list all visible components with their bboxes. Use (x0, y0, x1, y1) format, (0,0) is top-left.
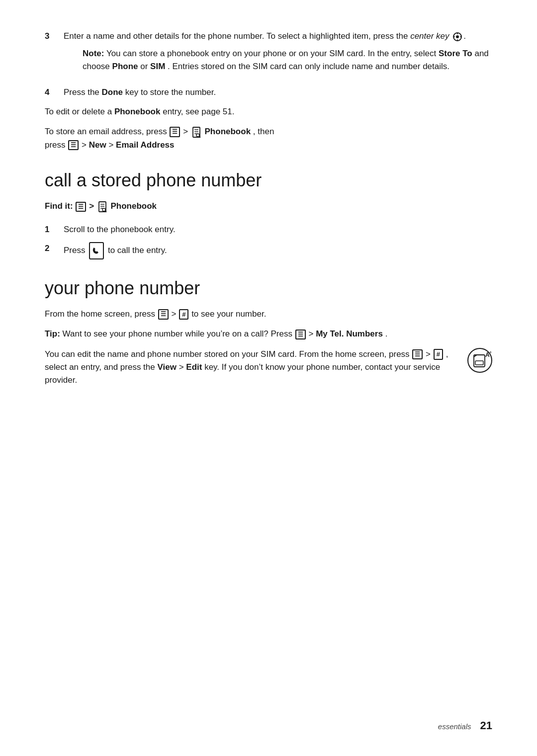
store-email-arrow-3: > (108, 140, 116, 150)
tip-block: Tip: Want to see your phone number while… (45, 328, 492, 340)
tip-text2: . (385, 329, 388, 338)
section2-para2: A + You can edit the name and phone numb… (45, 348, 492, 387)
edit-text-post: entry, see page 51. (163, 107, 234, 116)
svg-point-10 (196, 134, 199, 137)
phonebook-label-1: Phonebook (205, 127, 251, 136)
hash-icon-1: # (179, 309, 188, 320)
svg-point-16 (102, 208, 105, 211)
phonebook-icon-find-it (97, 200, 107, 213)
section1-step2-text-post: to call the entry. (108, 246, 167, 255)
section2-para2-text-pre: You can edit the name and phone number s… (45, 349, 410, 359)
store-email-arrow-2: > (82, 140, 89, 150)
section2-para1-mid: > (172, 309, 179, 319)
section-2-heading: your phone number (45, 277, 492, 299)
phonebook-icon-1 (191, 125, 201, 138)
page: 3 Enter a name and other details for the… (0, 0, 537, 756)
store-email-text-pre: To store an email address, press (45, 127, 167, 136)
find-it-arrow: > (89, 201, 96, 211)
note-label: Note: (83, 49, 104, 58)
svg-rect-20 (475, 361, 483, 365)
note-text-4: . Entries stored on the SIM card can onl… (168, 62, 449, 71)
find-it-phonebook: Phonebook (111, 201, 157, 211)
section-1-heading: call a stored phone number (45, 169, 492, 191)
section2-para1-text-post: to see your number. (191, 309, 266, 319)
note-text-3: or (140, 62, 150, 71)
section1-step-number-1: 1 (45, 223, 64, 236)
phonebook-bold: Phonebook (114, 107, 161, 116)
svg-point-1 (456, 35, 459, 38)
done-bold: Done (102, 87, 123, 97)
note-text-1: You can store a phonebook entry on your … (106, 49, 439, 58)
footer-page-number: 21 (480, 719, 492, 732)
step-3-content: Enter a name and other details for the p… (64, 30, 492, 80)
section2-para1-text-pre: From the home screen, press (45, 309, 155, 319)
section1-step-2: 2 Press to call the entry. (45, 242, 492, 259)
tip-text: Want to see your phone number while you’… (63, 329, 292, 338)
edit-line: To edit or delete a Phonebook entry, see… (45, 105, 492, 118)
section1-step-number-2: 2 (45, 242, 64, 259)
store-email-line: To store an email address, press ☰ > Pho… (45, 125, 492, 152)
step-4-text-post: key to store the number. (125, 87, 216, 97)
view-bold: View (157, 362, 176, 372)
menu-icon-2: ☰ (68, 140, 79, 150)
section1-step-2-content: Press to call the entry. (64, 242, 492, 259)
edit-text-pre: To edit or delete a (45, 107, 114, 116)
step-4-content: Press the Done key to store the number. (64, 86, 492, 99)
hash-icon-2: # (434, 349, 443, 360)
tip-text-arrow: > (308, 329, 316, 338)
edit-bold: Edit (186, 362, 202, 372)
store-to-text: Store To (439, 49, 472, 58)
phone-bold: Phone (112, 62, 138, 71)
menu-icon-para1: ☰ (158, 309, 169, 319)
sim-bold: SIM (150, 62, 165, 71)
section-1: call a stored phone number Find it: ☰ > … (45, 169, 492, 259)
section-2: your phone number From the home screen, … (45, 277, 492, 387)
new-label: New (89, 140, 106, 150)
center-key-label: center key (410, 31, 451, 41)
section2-para2-mid: > (426, 349, 433, 359)
menu-icon-find-it: ☰ (76, 202, 86, 212)
step-4-text-pre: Press the (64, 87, 102, 97)
section1-step-1: 1 Scroll to the phonebook entry. (45, 223, 492, 236)
my-tel-bold: My Tel. Numbers (316, 329, 383, 338)
menu-icon-para2: ☰ (412, 349, 423, 359)
find-it-label: Find it: (45, 201, 73, 211)
center-key-icon (452, 30, 462, 43)
step-number-4: 4 (45, 86, 64, 99)
svg-text:+: + (489, 350, 492, 355)
step-number-3: 3 (45, 30, 64, 80)
email-label: Email Address (116, 140, 174, 150)
section1-step-1-content: Scroll to the phonebook entry. (64, 223, 492, 236)
footer: essentials 21 (438, 719, 492, 732)
step-3-text: Enter a name and other details for the p… (64, 31, 408, 41)
step-3: 3 Enter a name and other details for the… (45, 30, 492, 80)
tip-label: Tip: (45, 329, 60, 338)
step-4: 4 Press the Done key to store the number… (45, 86, 492, 99)
call-icon (89, 242, 104, 259)
section1-step2-text-pre: Press (64, 246, 85, 255)
section2-para1: From the home screen, press ☰ > # to see… (45, 308, 492, 321)
menu-icon-1: ☰ (170, 127, 180, 137)
footer-section-label: essentials (438, 722, 471, 731)
sim-icon: A + (467, 348, 492, 377)
menu-icon-tip: ☰ (295, 330, 306, 339)
section2-para2-arrow: > (179, 362, 186, 372)
store-email-text-mid: > (183, 127, 190, 136)
find-it: Find it: ☰ > Phonebook (45, 200, 492, 213)
note-block: Note: You can store a phonebook entry on… (83, 47, 492, 74)
